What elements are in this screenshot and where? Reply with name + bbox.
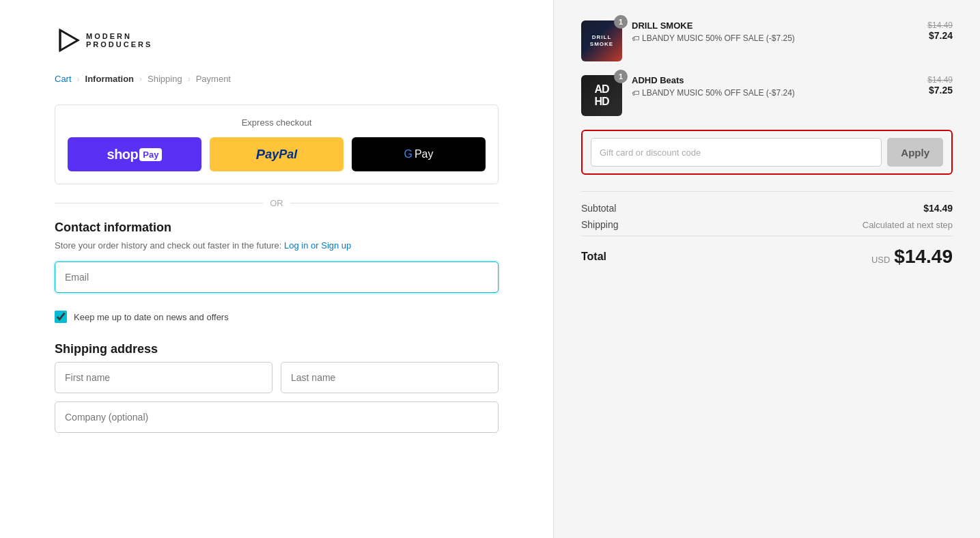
shipping-row: Shipping Calculated at next step <box>581 219 953 230</box>
checkbox-row: Keep me up to date on news and offers <box>55 311 499 323</box>
logo-text: MODERN PRODUCERS <box>86 32 152 48</box>
paypal-text: ayPal <box>265 147 297 162</box>
item-image-wrapper-2: ADHD 1 <box>581 75 622 116</box>
grand-total-currency: USD <box>871 255 890 265</box>
item-badge-1: 1 <box>614 15 628 29</box>
contact-section: Contact information Store your order his… <box>55 221 499 323</box>
breadcrumb-payment: Payment <box>196 74 231 84</box>
chevron-icon-1: › <box>77 74 80 84</box>
gpay-button[interactable]: G Pay <box>352 137 486 171</box>
gpay-g-icon: G <box>404 148 412 160</box>
item-name-1: DRILL SMOKE <box>632 20 918 31</box>
tag-icon-1: 🏷 <box>632 34 639 42</box>
chevron-icon-3: › <box>188 74 191 84</box>
order-items-list: DRILLSMOKE 1 DRILL SMOKE 🏷 LBANDY MUSIC … <box>581 20 953 116</box>
shipping-value: Calculated at next step <box>863 220 953 230</box>
or-label: OR <box>270 198 283 208</box>
totals-section: Subtotal $14.49 Shipping Calculated at n… <box>581 191 953 230</box>
newsletter-label: Keep me up to date on news and offers <box>74 312 229 322</box>
email-input[interactable] <box>55 261 499 293</box>
item-price-area-1: $14.49 $7.24 <box>927 20 953 41</box>
discount-box: Apply <box>581 130 953 175</box>
express-checkout-box: Express checkout shop Pay P ayPal G Pay <box>55 104 499 184</box>
grand-total-amount: $14.49 <box>894 246 953 268</box>
subtotal-label: Subtotal <box>581 203 616 214</box>
item-discount-label-1: LBANDY MUSIC 50% OFF SALE (-$7.25) <box>642 33 795 43</box>
newsletter-checkbox[interactable] <box>55 311 67 323</box>
item-info-1: DRILL SMOKE 🏷 LBANDY MUSIC 50% OFF SALE … <box>632 20 918 43</box>
grand-total-value: USD $14.49 <box>871 246 953 268</box>
gpay-pay-text: Pay <box>415 148 434 160</box>
contact-subtext: Store your order history and check out f… <box>55 240 499 251</box>
svg-marker-0 <box>60 30 78 51</box>
breadcrumb-shipping: Shipping <box>148 74 182 84</box>
first-name-input[interactable] <box>55 362 272 393</box>
item-info-2: ADHD Beats 🏷 LBANDY MUSIC 50% OFF SALE (… <box>632 75 918 98</box>
breadcrumb-information: Information <box>85 74 135 84</box>
breadcrumb-cart[interactable]: Cart <box>55 74 72 84</box>
contact-header: Contact information <box>55 221 499 235</box>
grand-total-row: Total USD $14.49 <box>581 236 953 268</box>
item-discount-label-2: LBANDY MUSIC 50% OFF SALE (-$7.24) <box>642 88 795 98</box>
logo-area: MODERN PRODUCERS <box>55 27 499 53</box>
item-discounted-price-2: $7.25 <box>927 85 953 96</box>
discount-code-input[interactable] <box>591 138 882 167</box>
express-buttons: shop Pay P ayPal G Pay <box>68 137 486 171</box>
paypal-p-icon: P <box>256 147 265 162</box>
item-badge-2: 1 <box>614 70 628 83</box>
item-discounted-price-1: $7.24 <box>927 30 953 41</box>
last-name-input[interactable] <box>281 362 499 393</box>
email-field-wrapper <box>55 261 499 301</box>
name-row <box>55 362 499 401</box>
item-discount-2: 🏷 LBANDY MUSIC 50% OFF SALE (-$7.24) <box>632 88 918 98</box>
login-signup-link[interactable]: Log in or Sign up <box>284 240 351 251</box>
breadcrumb: Cart › Information › Shipping › Payment <box>55 74 499 84</box>
order-item-1: DRILLSMOKE 1 DRILL SMOKE 🏷 LBANDY MUSIC … <box>581 20 953 61</box>
item-original-price-1: $14.49 <box>927 20 953 30</box>
shoppay-shop-text: shop <box>107 147 139 162</box>
item-name-2: ADHD Beats <box>632 75 918 85</box>
shipping-label: Shipping <box>581 219 619 230</box>
shipping-address-header: Shipping address <box>55 342 499 356</box>
item-price-area-2: $14.49 $7.25 <box>927 75 953 96</box>
item-original-price-2: $14.49 <box>927 75 953 85</box>
shoppay-button[interactable]: shop Pay <box>68 137 201 171</box>
shipping-address-section: Shipping address <box>55 342 499 441</box>
logo-icon <box>55 27 81 53</box>
item-image-wrapper-1: DRILLSMOKE 1 <box>581 20 622 61</box>
chevron-icon-2: › <box>139 74 142 84</box>
shoppay-pay-badge: Pay <box>139 148 162 161</box>
company-input[interactable] <box>55 401 499 433</box>
right-panel: DRILLSMOKE 1 DRILL SMOKE 🏷 LBANDY MUSIC … <box>553 0 980 538</box>
left-panel: MODERN PRODUCERS Cart › Information › Sh… <box>0 0 553 538</box>
subtotal-row: Subtotal $14.49 <box>581 203 953 214</box>
subtotal-value: $14.49 <box>923 203 953 214</box>
order-item-2: ADHD 1 ADHD Beats 🏷 LBANDY MUSIC 50% OFF… <box>581 75 953 116</box>
item-discount-1: 🏷 LBANDY MUSIC 50% OFF SALE (-$7.25) <box>632 33 918 43</box>
apply-button[interactable]: Apply <box>887 138 943 167</box>
or-divider: OR <box>55 198 499 208</box>
paypal-button[interactable]: P ayPal <box>210 137 344 171</box>
tag-icon-2: 🏷 <box>632 89 639 97</box>
express-checkout-title: Express checkout <box>68 117 486 128</box>
grand-total-label: Total <box>581 251 606 263</box>
